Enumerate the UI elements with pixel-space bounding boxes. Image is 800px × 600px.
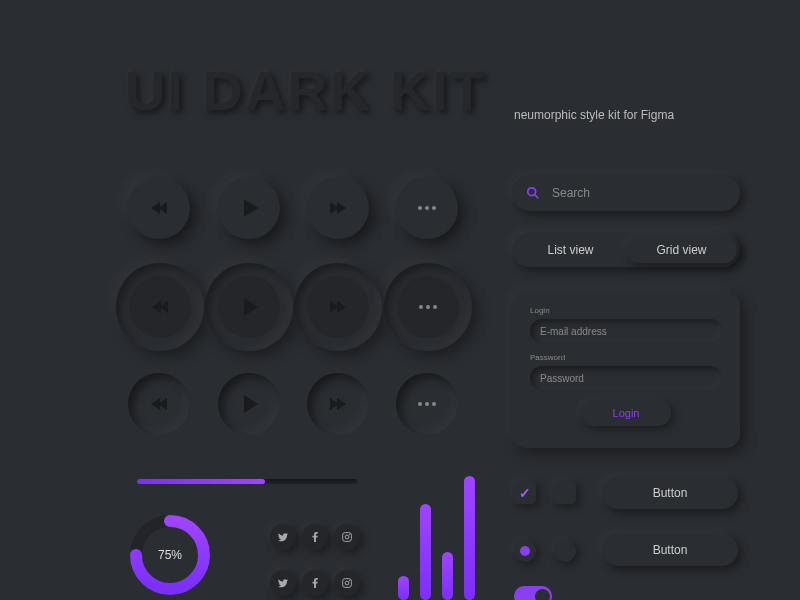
instagram-icon	[342, 532, 352, 542]
tab-list-view[interactable]: List view	[515, 237, 626, 263]
page-title: UI DARK KIT	[125, 58, 486, 123]
twitter-button[interactable]	[270, 524, 296, 550]
view-toggle: List view Grid view	[512, 233, 740, 267]
svg-point-8	[345, 581, 349, 585]
twitter-icon	[278, 532, 288, 542]
forward-icon	[330, 202, 346, 214]
facebook-icon	[310, 532, 320, 542]
svg-rect-4	[343, 533, 352, 542]
play-button-inset[interactable]	[205, 263, 293, 351]
play-button[interactable]	[218, 177, 280, 239]
tab-grid-view[interactable]: Grid view	[626, 237, 737, 263]
bar-1	[398, 576, 409, 600]
more-button[interactable]	[396, 177, 458, 239]
login-label: Login	[530, 306, 722, 315]
svg-point-9	[349, 580, 350, 581]
bar-chart	[398, 475, 475, 600]
rewind-icon	[152, 301, 168, 313]
play-icon	[241, 395, 258, 413]
more-button-inset[interactable]	[384, 263, 472, 351]
bar-3	[442, 552, 453, 600]
search-icon	[526, 186, 540, 200]
more-icon	[419, 305, 437, 309]
page-subtitle: neumorphic style kit for Figma	[514, 108, 674, 122]
radio-unchecked[interactable]	[554, 540, 576, 562]
password-label: Password	[530, 353, 722, 362]
instagram-button-alt[interactable]	[334, 570, 360, 596]
rewind-icon	[151, 398, 167, 410]
more-icon	[418, 206, 436, 210]
play-button-pressed[interactable]	[218, 373, 280, 435]
forward-icon	[330, 398, 346, 410]
bar-4	[464, 476, 475, 600]
button-secondary[interactable]: Button	[602, 534, 738, 566]
checkbox-unchecked[interactable]	[554, 482, 576, 504]
progress-fill	[137, 479, 265, 484]
forward-button-pressed[interactable]	[307, 373, 369, 435]
svg-point-0	[528, 188, 536, 196]
donut-chart: 75%	[125, 510, 215, 600]
rewind-button[interactable]	[128, 177, 190, 239]
svg-point-6	[349, 534, 350, 535]
forward-button[interactable]	[307, 177, 369, 239]
svg-line-1	[535, 195, 539, 199]
play-icon	[241, 199, 258, 217]
radio-checked[interactable]	[514, 540, 536, 562]
facebook-icon	[310, 578, 320, 588]
instagram-button[interactable]	[334, 524, 360, 550]
facebook-button[interactable]	[302, 524, 328, 550]
login-button[interactable]: Login	[581, 400, 671, 426]
instagram-icon	[342, 578, 352, 588]
twitter-icon	[278, 578, 288, 588]
email-field[interactable]: E-mail address	[530, 319, 722, 343]
rewind-button-inset[interactable]	[116, 263, 204, 351]
bar-2	[420, 504, 431, 600]
checkbox-checked[interactable]	[514, 482, 536, 504]
more-icon	[418, 402, 436, 406]
progress-bar[interactable]	[137, 479, 357, 484]
forward-button-inset[interactable]	[294, 263, 382, 351]
svg-point-5	[345, 535, 349, 539]
toggle-switch[interactable]	[514, 586, 552, 600]
rewind-button-pressed[interactable]	[128, 373, 190, 435]
search-placeholder: Search	[552, 186, 590, 200]
switch-knob	[535, 589, 550, 601]
button-primary[interactable]: Button	[602, 477, 738, 509]
password-field[interactable]: Password	[530, 366, 722, 390]
donut-percent: 75%	[158, 548, 182, 562]
forward-icon	[330, 301, 346, 313]
login-form: Login E-mail address Password Password L…	[512, 292, 740, 448]
rewind-icon	[151, 202, 167, 214]
svg-rect-7	[343, 579, 352, 588]
twitter-button-alt[interactable]	[270, 570, 296, 596]
more-button-pressed[interactable]	[396, 373, 458, 435]
facebook-button-alt[interactable]	[302, 570, 328, 596]
search-input[interactable]: Search	[512, 175, 740, 211]
play-icon	[241, 298, 258, 316]
